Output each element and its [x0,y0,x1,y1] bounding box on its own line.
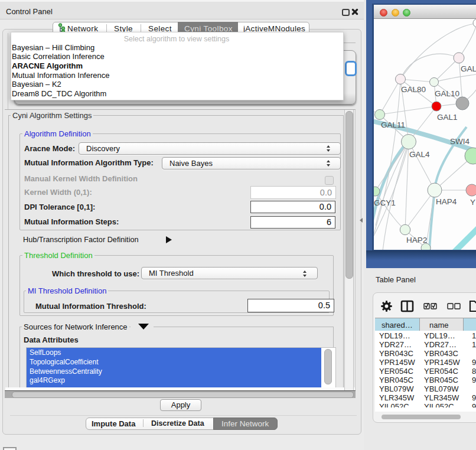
svg-text:GAL11: GAL11 [381,120,405,129]
svg-text:HAP4: HAP4 [436,197,457,206]
svg-text:GAL10: GAL10 [435,89,459,98]
svg-text:HAP2: HAP2 [406,236,427,244]
svg-text:SWI4: SWI4 [450,137,470,146]
svg-text:GCY1: GCY1 [374,198,396,207]
svg-text:Y: Y [470,198,475,207]
svg-text:GAL4: GAL4 [409,150,430,159]
svg-text:GAL80: GAL80 [401,85,426,94]
svg-text:GAL1: GAL1 [437,113,458,122]
svg-text:GAL7: GAL7 [461,64,476,73]
